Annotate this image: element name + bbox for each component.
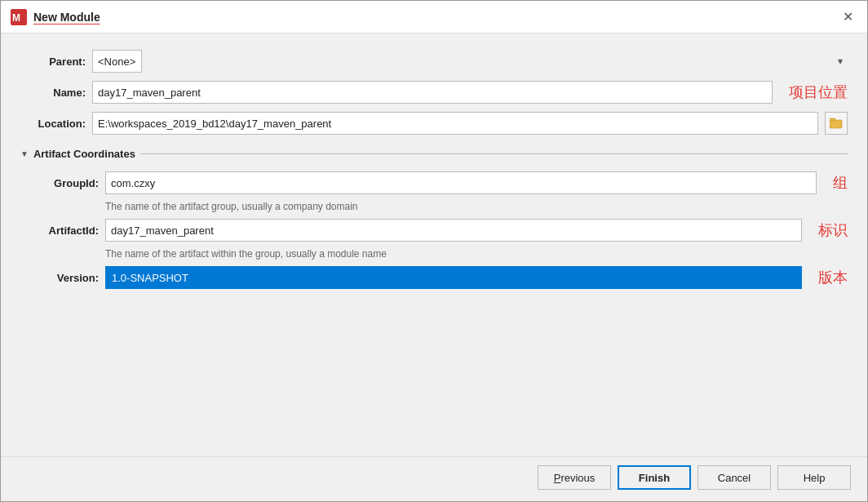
version-annotation: 版本 <box>818 268 848 287</box>
version-row: Version: 版本 <box>33 266 848 289</box>
artifactid-label: ArtifactId: <box>33 224 99 237</box>
groupid-label: GroupId: <box>33 177 99 189</box>
location-input[interactable] <box>92 112 818 135</box>
artifact-section: GroupId: 组 The name of the artifact grou… <box>20 171 848 289</box>
dialog-footer: Previous Finish Cancel Help <box>1 456 867 501</box>
dialog-title: New Module <box>33 11 100 24</box>
folder-icon <box>830 118 843 129</box>
groupid-hint: The name of the artifact group, usually … <box>33 201 848 212</box>
version-input[interactable] <box>105 266 802 289</box>
parent-row: Parent: <None> ▾ <box>20 50 848 73</box>
parent-dropdown[interactable]: <None> <box>92 50 142 73</box>
groupid-input[interactable] <box>105 171 817 194</box>
parent-dropdown-wrapper: <None> ▾ <box>92 50 848 73</box>
location-label: Location: <box>20 118 86 130</box>
artifact-section-title: Artifact Coordinates <box>33 148 135 160</box>
svg-rect-2 <box>830 120 842 128</box>
browse-folder-button[interactable] <box>825 112 848 135</box>
close-button[interactable]: ✕ <box>838 7 857 27</box>
name-label: Name: <box>20 87 86 99</box>
parent-label: Parent: <box>20 56 86 68</box>
title-bar-left: M New Module <box>11 9 100 25</box>
groupid-row: GroupId: 组 <box>33 171 848 194</box>
previous-button[interactable]: Previous <box>538 465 611 490</box>
name-input[interactable] <box>92 81 773 104</box>
artifactid-hint: The name of the artifact within the grou… <box>33 248 848 260</box>
title-bar: M New Module ✕ <box>1 1 867 33</box>
new-module-dialog: M New Module ✕ Parent: <None> ▾ Name: 项目… <box>0 0 868 502</box>
artifactid-input[interactable] <box>105 219 802 242</box>
dialog-content: Parent: <None> ▾ Name: 项目位置 Location: <box>1 33 867 456</box>
section-divider <box>140 153 848 154</box>
name-annotation: 项目位置 <box>789 82 848 102</box>
help-button[interactable]: Help <box>777 465 851 490</box>
artifact-section-header: ▼ Artifact Coordinates <box>20 148 848 160</box>
finish-button[interactable]: Finish <box>618 465 691 490</box>
svg-rect-3 <box>830 118 835 121</box>
collapse-arrow-icon[interactable]: ▼ <box>20 149 29 158</box>
previous-label: Previous <box>554 472 596 484</box>
artifactid-annotation: 标识 <box>818 220 848 240</box>
cancel-button[interactable]: Cancel <box>698 465 771 490</box>
maven-icon: M <box>11 9 27 25</box>
name-row: Name: 项目位置 <box>20 81 848 104</box>
svg-text:M: M <box>12 12 20 24</box>
groupid-annotation: 组 <box>833 173 848 193</box>
location-row: Location: <box>20 112 848 135</box>
version-label: Version: <box>33 272 99 284</box>
chevron-down-icon: ▾ <box>838 56 843 67</box>
artifactid-row: ArtifactId: 标识 <box>33 219 848 242</box>
